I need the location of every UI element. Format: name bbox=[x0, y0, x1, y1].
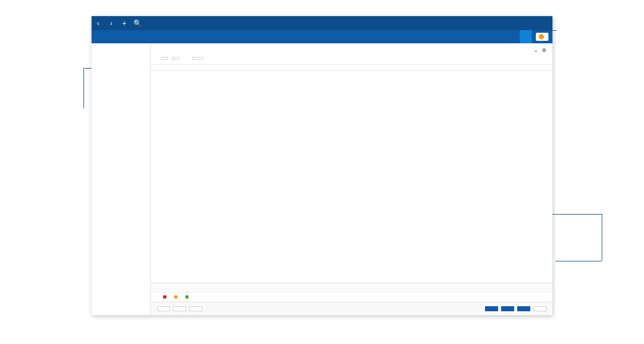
filter-bar bbox=[151, 55, 552, 64]
add-button[interactable]: + bbox=[118, 19, 131, 27]
more-functions-button[interactable] bbox=[173, 306, 186, 311]
back-button[interactable]: ‹ bbox=[92, 19, 105, 27]
edit-button[interactable] bbox=[517, 306, 530, 311]
legend bbox=[151, 292, 552, 302]
date-to[interactable] bbox=[172, 57, 179, 60]
search-button[interactable]: 🔍 bbox=[131, 19, 144, 27]
forward-button[interactable]: › bbox=[105, 19, 118, 27]
menubar bbox=[92, 30, 552, 43]
new-expense-button[interactable] bbox=[501, 306, 514, 311]
account-tabs bbox=[151, 64, 552, 71]
sidebar bbox=[92, 43, 151, 315]
chevron-down-icon[interactable]: ⌄ bbox=[534, 47, 538, 53]
delete-button[interactable] bbox=[533, 306, 546, 311]
action-bar bbox=[151, 302, 552, 315]
page-header: ⌄ ⚙ bbox=[151, 43, 552, 55]
details-button[interactable] bbox=[157, 306, 170, 311]
date-from[interactable] bbox=[161, 57, 168, 60]
app-window: ‹ › + 🔍 ⌄ ⚙ bbox=[92, 16, 552, 315]
user-button[interactable] bbox=[520, 30, 532, 43]
gear-icon[interactable]: ⚙ bbox=[542, 47, 546, 53]
today-button[interactable] bbox=[192, 57, 203, 60]
titlebar: ‹ › + 🔍 bbox=[92, 16, 552, 30]
fetch-transactions-button[interactable] bbox=[189, 306, 202, 311]
logo bbox=[536, 33, 548, 41]
new-income-button[interactable] bbox=[485, 306, 498, 311]
